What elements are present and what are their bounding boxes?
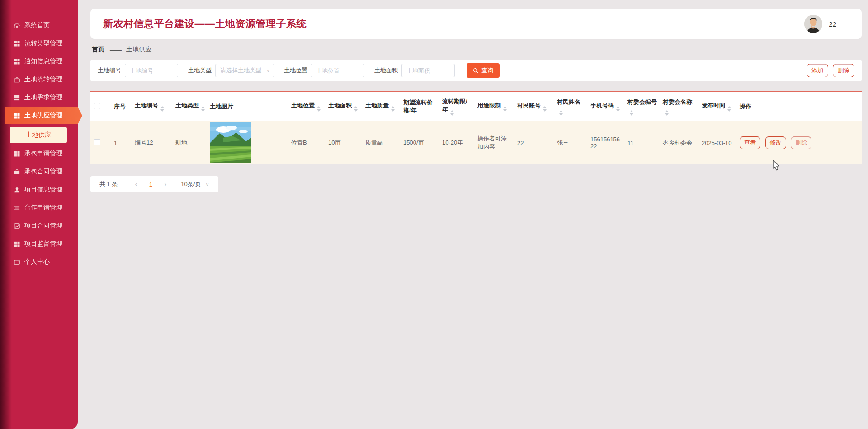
land-no-input[interactable] [125,64,178,77]
sort-icon[interactable] [543,106,547,112]
page-title: 新农村信息平台建设——土地资源管理子系统 [103,17,307,31]
col-expected-price[interactable]: 期望流转价格/年 [400,92,439,121]
filter-label: 土地位置 [284,66,307,75]
sidebar-item-system-home[interactable]: 系统首页 [0,16,78,34]
data-table-card: 序号 土地编号 土地类型 土地图片 土地位置 土地面积 土地质量 期望流转价格/… [90,91,862,164]
col-publish-date[interactable]: 发布时间 [698,92,736,121]
card-icon [14,259,20,266]
page-number-1[interactable]: 1 [143,181,159,188]
edit-button[interactable]: 修改 [765,136,786,149]
sidebar-item-contract-mgmt[interactable]: 承包合同管理 [0,163,78,181]
sidebar-item-contract-apply[interactable]: 承包申请管理 [0,145,78,163]
sort-icon[interactable] [630,110,633,116]
land-type-select[interactable]: 请选择土地类型 ∨ [215,64,274,77]
sidebar-item-label: 承包申请管理 [24,149,62,158]
filter-land-no: 土地编号 [98,64,178,77]
sort-icon[interactable] [354,106,358,112]
col-land-no[interactable]: 土地编号 [131,92,172,121]
select-placeholder: 请选择土地类型 [220,66,261,75]
land-area-input[interactable] [401,64,455,77]
cell-expected-price: 1500/亩 [400,121,439,164]
cell-phone: 15615615622 [587,121,624,164]
sidebar-item-land-supply[interactable]: 土地供应管理 [5,107,82,124]
grid-icon [14,112,20,119]
sidebar-item-project-supervise[interactable]: 项目监督管理 [0,235,78,253]
sort-icon[interactable] [727,106,731,112]
col-committee-no[interactable]: 村委会编号 [624,92,659,121]
sidebar-item-label: 流转类型管理 [24,39,62,47]
col-usage-limit[interactable]: 用途限制 [474,92,514,121]
cell-land-image[interactable] [206,121,288,164]
sort-icon[interactable] [201,106,205,112]
sort-icon[interactable] [391,106,395,112]
col-index: 序号 [110,92,131,121]
land-supply-table: 序号 土地编号 土地类型 土地图片 土地位置 土地面积 土地质量 期望流转价格/… [90,92,862,164]
sort-icon[interactable] [317,106,321,112]
filter-label: 土地编号 [98,66,121,75]
user-info[interactable]: 22 [804,15,836,33]
chart-icon [14,223,20,229]
sidebar-subitem-land-supply[interactable]: 土地供应 [10,127,67,143]
sidebar-item-label: 项目合同管理 [24,222,62,230]
grid-icon [14,150,20,157]
filter-label: 土地类型 [188,66,212,75]
search-icon [473,68,479,74]
col-land-image: 土地图片 [206,92,288,121]
filter-land-type: 土地类型 请选择土地类型 ∨ [188,64,274,77]
sidebar-item-project-info[interactable]: 项目信息管理 [0,181,78,199]
sidebar-item-label: 个人中心 [24,258,50,266]
row-checkbox[interactable] [94,139,100,145]
sidebar-item-label: 项目监督管理 [24,240,62,248]
sidebar-item-label: 合作申请管理 [24,204,62,212]
sort-icon[interactable] [616,106,620,112]
row-delete-button[interactable]: 删除 [791,136,811,149]
filter-bar: 土地编号 土地类型 请选择土地类型 ∨ 土地位置 土地面积 查询 添加 删除 [90,60,862,81]
sort-icon[interactable] [559,110,563,116]
sidebar-item-notice-info[interactable]: 通知信息管理 [0,52,78,70]
grid-icon [14,40,20,47]
breadcrumb-root[interactable]: 首页 [92,46,104,54]
next-page-button[interactable]: › [159,180,172,188]
sidebar-item-transfer-type[interactable]: 流转类型管理 [0,34,78,52]
page-size-select[interactable]: 10条/页 ∨ [181,180,209,188]
col-quality[interactable]: 土地质量 [362,92,400,121]
sort-icon[interactable] [665,110,669,116]
view-button[interactable]: 查看 [740,136,760,149]
col-transfer-term[interactable]: 流转期限/年 [439,92,474,121]
table-row[interactable]: 1 编号12 耕地 [90,121,862,164]
user-badge: 22 [829,20,836,28]
sidebar-item-personal-center[interactable]: 个人中心 [0,253,78,271]
sidebar-subitem-label: 土地供应 [26,131,51,139]
sidebar-item-land-demand[interactable]: 土地需求管理 [0,89,78,107]
delete-button[interactable]: 删除 [833,64,854,77]
user-icon [14,187,20,193]
add-button[interactable]: 添加 [807,64,828,77]
col-phone[interactable]: 手机号码 [587,92,624,121]
sidebar-item-label: 土地需求管理 [24,93,62,102]
sidebar-item-coop-apply[interactable]: 合作申请管理 [0,199,78,217]
prev-page-button[interactable]: ‹ [129,180,142,188]
briefcase-icon [14,76,20,83]
col-area[interactable]: 土地面积 [325,92,362,121]
col-land-type[interactable]: 土地类型 [172,92,206,121]
query-button[interactable]: 查询 [467,63,500,78]
sort-icon[interactable] [450,110,454,116]
filter-label: 土地面积 [374,66,398,75]
avatar-photo-icon [804,15,822,33]
avatar[interactable] [804,15,822,33]
sort-icon[interactable] [160,106,164,112]
col-committee-name[interactable]: 村委会名称 [659,92,698,121]
col-actions: 操作 [736,92,862,121]
select-all-checkbox[interactable] [94,103,100,109]
col-villager-account[interactable]: 村民账号 [514,92,553,121]
sidebar-item-land-transfer[interactable]: 土地流转管理 [0,70,78,89]
header-bar: 新农村信息平台建设——土地资源管理子系统 22 [90,9,862,39]
col-villager-name[interactable]: 村民姓名 [553,92,587,121]
chevron-down-icon: ∨ [266,68,270,73]
col-location[interactable]: 土地位置 [288,92,325,121]
sidebar-item-project-contract[interactable]: 项目合同管理 [0,217,78,235]
sort-icon[interactable] [503,106,507,112]
farmland-photo[interactable] [210,122,251,163]
cell-villager-name: 张三 [553,121,587,164]
land-location-input[interactable] [311,64,364,77]
